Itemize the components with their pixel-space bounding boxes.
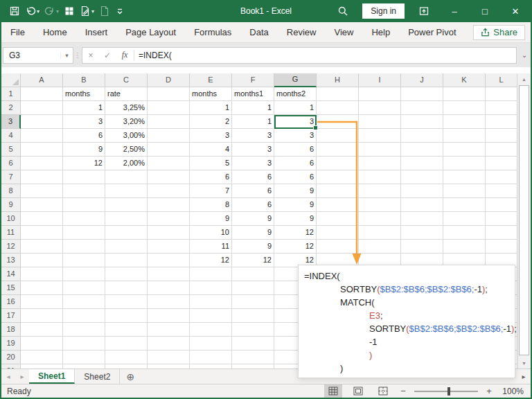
cell-J4[interactable] — [401, 129, 443, 143]
cell-E11[interactable]: 10 — [190, 226, 232, 240]
cell-F5[interactable]: 3 — [232, 143, 274, 157]
cell-H10[interactable] — [317, 212, 359, 226]
cell-D13[interactable] — [148, 254, 190, 267]
row-header-8[interactable]: 8 — [1, 184, 21, 198]
cell-H4[interactable] — [317, 129, 359, 143]
cell-F3[interactable]: 1 — [232, 115, 274, 129]
cell-A18[interactable] — [21, 323, 63, 337]
cell-F14[interactable] — [232, 267, 274, 281]
enter-icon[interactable]: ✓ — [99, 51, 116, 60]
cell-C17[interactable] — [105, 309, 148, 323]
cell-A3[interactable] — [21, 115, 63, 129]
cell-K6[interactable] — [443, 157, 486, 170]
row-header-3[interactable]: 3 — [1, 115, 21, 129]
cell-G6[interactable]: 6 — [274, 157, 317, 170]
cell-H12[interactable] — [317, 240, 359, 254]
cell-F13[interactable]: 12 — [232, 254, 274, 267]
cell-F20[interactable] — [232, 351, 274, 364]
cell-B20[interactable] — [63, 351, 105, 364]
cell-J9[interactable] — [401, 198, 443, 212]
cell-D3[interactable] — [148, 115, 190, 129]
cell-G11[interactable]: 12 — [274, 226, 317, 240]
cell-F9[interactable]: 6 — [232, 198, 274, 212]
tab-power-pivot[interactable]: Power Pivot — [399, 22, 465, 42]
cell-K3[interactable] — [443, 115, 486, 129]
cell-B5[interactable]: 9 — [63, 143, 105, 157]
cell-D6[interactable] — [148, 157, 190, 170]
new-sheet-icon[interactable]: ⊕ — [120, 369, 141, 384]
cell-C2[interactable]: 3,25% — [105, 101, 148, 115]
scroll-up-icon[interactable]: ▲ — [517, 73, 531, 85]
cell-L12[interactable] — [486, 240, 517, 254]
cell-D4[interactable] — [148, 129, 190, 143]
cell-J11[interactable] — [401, 226, 443, 240]
cell-C14[interactable] — [105, 267, 148, 281]
cell-F16[interactable] — [232, 295, 274, 309]
cell-A10[interactable] — [21, 212, 63, 226]
cell-F11[interactable]: 9 — [232, 226, 274, 240]
cell-J7[interactable] — [401, 170, 443, 184]
cell-B15[interactable] — [63, 281, 105, 295]
col-header-J[interactable]: J — [401, 73, 443, 87]
cell-E5[interactable]: 4 — [190, 143, 232, 157]
zoom-slider[interactable] — [414, 391, 478, 392]
cell-I5[interactable] — [359, 143, 401, 157]
cell-D16[interactable] — [148, 295, 190, 309]
cell-D21[interactable] — [148, 364, 190, 369]
cell-D11[interactable] — [148, 226, 190, 240]
row-header-17[interactable]: 17 — [1, 309, 21, 323]
cell-E18[interactable] — [190, 323, 232, 337]
cell-C1[interactable]: rate — [105, 87, 148, 101]
cell-E8[interactable]: 7 — [190, 184, 232, 198]
tab-home[interactable]: Home — [34, 22, 76, 42]
cell-C9[interactable] — [105, 198, 148, 212]
col-header-G[interactable]: G — [274, 73, 317, 87]
cell-D9[interactable] — [148, 198, 190, 212]
cell-E12[interactable]: 11 — [190, 240, 232, 254]
cell-I8[interactable] — [359, 184, 401, 198]
cell-D15[interactable] — [148, 281, 190, 295]
row-header-16[interactable]: 16 — [1, 295, 21, 309]
cell-I10[interactable] — [359, 212, 401, 226]
cell-K9[interactable] — [443, 198, 486, 212]
formula-input[interactable]: =INDEX( — [139, 51, 172, 60]
cell-L10[interactable] — [486, 212, 517, 226]
cell-K5[interactable] — [443, 143, 486, 157]
cell-B14[interactable] — [63, 267, 105, 281]
cell-B11[interactable] — [63, 226, 105, 240]
cell-B13[interactable] — [63, 254, 105, 267]
row-header-1[interactable]: 1 — [1, 87, 21, 101]
cell-D19[interactable] — [148, 337, 190, 351]
cell-E14[interactable] — [190, 267, 232, 281]
cell-C3[interactable]: 3,20% — [105, 115, 148, 129]
cell-E3[interactable]: 2 — [190, 115, 232, 129]
cell-B17[interactable] — [63, 309, 105, 323]
insert-function-icon[interactable]: fx — [116, 50, 134, 60]
cell-K12[interactable] — [443, 240, 486, 254]
new-doc-edit-icon[interactable]: ▾ — [78, 3, 96, 19]
cell-K8[interactable] — [443, 184, 486, 198]
cell-G10[interactable]: 9 — [274, 212, 317, 226]
cell-A17[interactable] — [21, 309, 63, 323]
row-header-9[interactable]: 9 — [1, 198, 21, 212]
cell-B4[interactable]: 6 — [63, 129, 105, 143]
cell-B2[interactable]: 1 — [63, 101, 105, 115]
cell-E9[interactable]: 8 — [190, 198, 232, 212]
cell-B9[interactable] — [63, 198, 105, 212]
cell-E20[interactable] — [190, 351, 232, 364]
cell-E19[interactable] — [190, 337, 232, 351]
vertical-scrollbar-thumb[interactable] — [519, 85, 529, 355]
grid-icon[interactable] — [62, 3, 77, 19]
cell-F18[interactable] — [232, 323, 274, 337]
cell-A5[interactable] — [21, 143, 63, 157]
sheet-nav-left-icon[interactable]: ◂ — [1, 369, 15, 384]
cell-D8[interactable] — [148, 184, 190, 198]
vertical-scrollbar[interactable]: ▲ ▼ — [517, 73, 531, 369]
select-all-corner[interactable] — [1, 73, 21, 87]
cell-J10[interactable] — [401, 212, 443, 226]
cell-L2[interactable] — [486, 101, 517, 115]
cell-C16[interactable] — [105, 295, 148, 309]
cell-H9[interactable] — [317, 198, 359, 212]
cell-F8[interactable]: 6 — [232, 184, 274, 198]
cell-L8[interactable] — [486, 184, 517, 198]
